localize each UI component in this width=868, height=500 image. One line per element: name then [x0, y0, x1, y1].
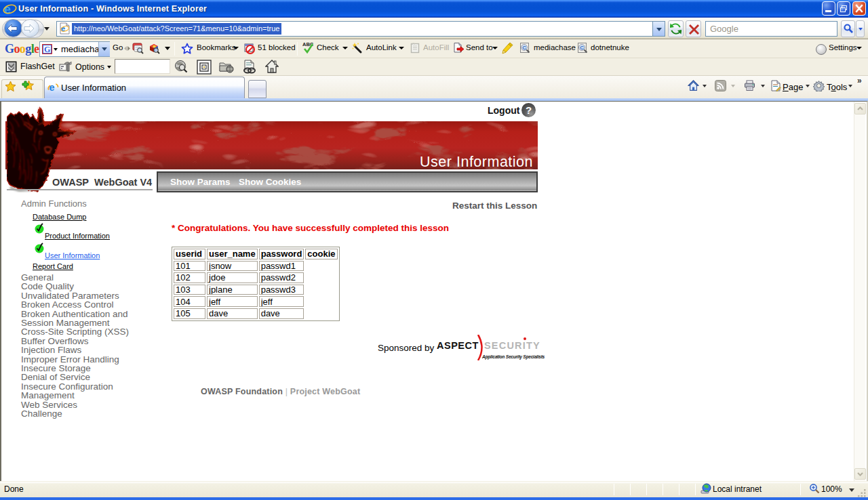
svg-text:C: C: [580, 45, 584, 51]
svg-text:G: G: [44, 45, 50, 54]
svg-text:e: e: [50, 82, 55, 93]
svg-text:User Information: User Information: [420, 154, 533, 169]
svg-text:C: C: [522, 45, 526, 51]
